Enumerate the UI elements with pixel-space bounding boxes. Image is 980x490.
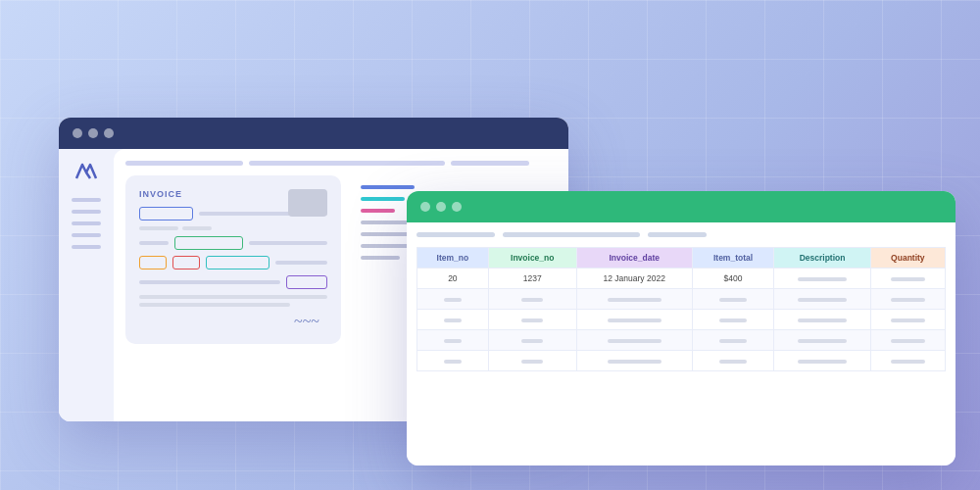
front-dot-1	[420, 202, 430, 212]
td-line-r5-4	[719, 360, 747, 364]
cell-invoice-no: 1237	[488, 269, 576, 289]
cell-r2-6	[870, 289, 945, 310]
front-top-lines	[416, 232, 946, 237]
cell-item-no: 20	[417, 269, 489, 289]
table-row	[417, 310, 946, 330]
invoice-field-purple	[286, 275, 327, 289]
fw-line-2	[503, 232, 640, 237]
td-line-r2-5	[798, 298, 847, 302]
fw-line-3	[648, 232, 707, 237]
back-topbar-line-3	[451, 161, 529, 166]
td-line-r5-3	[608, 360, 662, 364]
rp-line-1	[361, 185, 415, 189]
sidebar-line-4	[72, 233, 101, 237]
rp-line-5	[361, 232, 410, 236]
inv-bottom-line-1	[139, 295, 327, 299]
cell-r3-2	[488, 310, 576, 330]
td-line-r3-2	[521, 318, 543, 322]
back-sidebar	[59, 149, 114, 421]
back-topbar-line-2	[249, 161, 445, 166]
cell-r2-4	[692, 289, 774, 310]
inv-sub-line-1	[139, 226, 178, 230]
rp-line-3	[361, 209, 395, 213]
cell-r3-1	[417, 310, 489, 330]
invoice-gray-box	[288, 189, 327, 217]
table-row	[417, 330, 946, 351]
invoice-field-orange	[139, 256, 167, 270]
front-titlebar	[407, 191, 956, 222]
col-header-item-total: Item_total	[692, 248, 774, 269]
td-line-r4-5	[798, 339, 847, 343]
back-top-bar	[125, 161, 557, 166]
td-line-r5-6	[891, 360, 925, 364]
td-line-r2-3	[608, 298, 662, 302]
cell-r5-6	[870, 351, 945, 371]
td-line-r3-4	[719, 318, 747, 322]
invoice-row-5	[139, 275, 327, 289]
back-topbar-line-1	[125, 161, 243, 166]
front-dot-3	[452, 202, 462, 212]
td-line-r5-1	[444, 360, 462, 364]
table-row	[417, 351, 946, 371]
cell-r5-1	[417, 351, 489, 371]
table-row	[417, 289, 946, 310]
invoice-row-3	[139, 236, 327, 250]
td-line-r3-6	[891, 318, 925, 322]
cell-r5-5	[774, 351, 870, 371]
cell-r5-3	[576, 351, 692, 371]
td-line-r4-2	[521, 339, 543, 343]
cell-r2-2	[488, 289, 576, 310]
front-window-body: Item_no Invoice_no Invoice_date Item_tot…	[407, 222, 956, 466]
sidebar-line-5	[72, 245, 101, 249]
col-header-item-no: Item_no	[417, 248, 489, 269]
td-line-desc-1	[798, 277, 847, 281]
fw-line-1	[416, 232, 495, 237]
cell-r5-4	[692, 351, 774, 371]
invoice-field-teal	[206, 256, 270, 270]
cell-r3-6	[870, 310, 945, 330]
col-header-invoice-no: Invoice_no	[488, 248, 576, 269]
sidebar-line-2	[72, 210, 101, 214]
invoice-field-red	[172, 256, 200, 270]
cell-r4-2	[488, 330, 576, 351]
cell-quantity-1	[870, 269, 945, 289]
cell-description-1	[774, 269, 870, 289]
inv-line-3	[249, 241, 327, 245]
cell-r5-2	[488, 351, 576, 371]
invoice-signature: ~~~	[139, 313, 327, 330]
dot-1	[73, 128, 82, 138]
inv-bottom-line-2	[139, 303, 290, 307]
invoice-card: INVOICE	[125, 175, 341, 344]
td-line-r4-3	[608, 339, 662, 343]
td-line-r2-1	[444, 298, 462, 302]
cell-r4-6	[870, 330, 945, 351]
col-header-description: Description	[774, 248, 870, 269]
cell-r2-3	[576, 289, 692, 310]
invoice-row-4	[139, 256, 327, 270]
td-line-r3-1	[444, 318, 462, 322]
td-line-r2-2	[521, 298, 543, 302]
invoice-field-blue	[139, 207, 193, 220]
td-line-r5-5	[798, 360, 847, 364]
sidebar-line-1	[72, 198, 101, 202]
cell-r3-5	[774, 310, 870, 330]
dot-3	[104, 128, 114, 138]
cell-r3-3	[576, 310, 692, 330]
td-line-r4-1	[444, 339, 462, 343]
logo-icon	[73, 161, 100, 182]
sidebar-line-3	[72, 221, 101, 225]
cell-invoice-date: 12 January 2022	[576, 269, 692, 289]
cell-r2-1	[417, 289, 489, 310]
cell-r4-4	[692, 330, 774, 351]
table-row: 20 1237 12 January 2022 $400	[417, 269, 946, 289]
td-line-r2-6	[891, 298, 925, 302]
front-dot-2	[436, 202, 446, 212]
inv-sub-line-2	[182, 226, 212, 230]
td-line-r3-3	[608, 318, 662, 322]
dot-2	[88, 128, 98, 138]
back-titlebar	[59, 118, 568, 149]
cell-r4-3	[576, 330, 692, 351]
td-line-r4-6	[891, 339, 925, 343]
col-header-quantity: Quantity	[870, 248, 945, 269]
scene-container: INVOICE	[0, 0, 980, 490]
